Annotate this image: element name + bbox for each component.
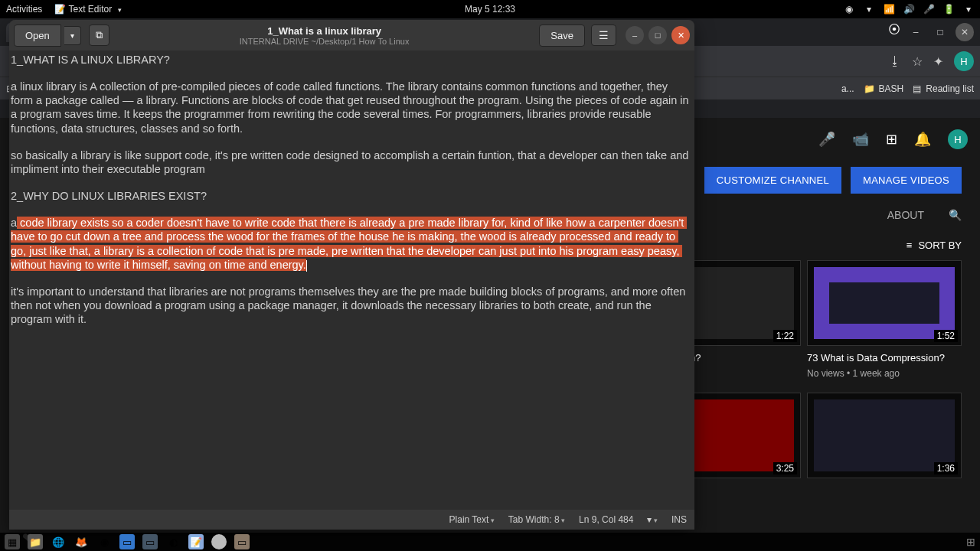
text-paragraph: a linux library is A collection of pre-c… [11,80,692,134]
text-paragraph: so basically a library is like support c… [11,149,691,175]
minimize-button[interactable]: – [626,26,644,44]
document-title: 1_What is a linux library [113,25,537,37]
dock-gedit-icon[interactable]: 📝 [188,534,204,549]
text-editor-window: Open ▾ ⧉ 1_What is a linux library INTER… [9,20,694,530]
app-menu-label: Text Editor [68,4,112,15]
text-line: 1_WHAT IS A LINUX LIBRARY? [11,54,170,66]
video-card[interactable]: 1:36 [807,393,962,478]
document-path: INTERNAL DRIVE ~/Desktop/1 How To Linux [113,37,537,46]
download-icon[interactable]: ⭳ [889,54,901,68]
create-video-icon[interactable]: 📹 [852,131,869,148]
video-duration: 1:36 [934,462,958,474]
mic-icon[interactable]: 🎤 [923,4,934,15]
video-duration: 1:22 [773,330,797,342]
text-cursor [306,260,307,272]
notifications-icon[interactable]: 🔔 [914,131,931,148]
volume-icon[interactable]: 🔊 [903,4,914,15]
sort-by-button[interactable]: SORT BY [918,240,962,251]
bookmark-truncated[interactable]: a... [841,83,854,94]
folder-icon: 📁 [864,83,875,94]
hamburger-menu-button[interactable]: ☰ [591,24,616,46]
open-recent-dropdown[interactable]: ▾ [64,26,81,45]
dock-app2-icon[interactable]: ▭ [142,534,158,549]
dock-app4-icon[interactable]: ▭ [234,534,250,549]
gedit-headerbar: Open ▾ ⧉ 1_What is a linux library INTER… [9,20,694,51]
syntax-mode-selector[interactable]: Plain Text [449,514,495,525]
text-editor-icon: 📝 [54,4,66,15]
editor-text-area[interactable]: 1_WHAT IS A LINUX LIBRARY? a linux libra… [9,51,694,510]
battery-icon[interactable]: 🔋 [943,4,954,15]
minimize-button[interactable]: – [906,23,925,41]
dock-app-icon[interactable]: ▭ [119,534,135,549]
dock-files2-icon[interactable]: 📁 [28,534,43,549]
maximize-button[interactable]: □ [931,23,949,41]
customize-channel-button[interactable]: CUSTOMIZE CHANNEL [704,167,841,194]
maximize-button[interactable]: □ [648,26,667,44]
dock-files-icon[interactable]: ▦ [5,534,20,549]
video-duration: 3:25 [773,462,797,474]
overwrite-mode-toggle[interactable]: ▾ [647,514,658,525]
text-run: a [11,217,17,229]
channel-search-icon[interactable]: 🔍 [949,209,962,221]
video-title: 73 What is Data Compression? [807,352,962,365]
network-icon[interactable]: ▾ [864,4,874,15]
screencast-icon[interactable]: ◉ [844,4,854,15]
wifi-icon[interactable]: 📶 [884,4,894,15]
taskbar-dock: ▦ 📁 🌐 🦊 ◉ ▭ ▭ ◐ 📝 ▭ ⊞ [0,533,980,551]
video-duration: 1:52 [934,330,958,342]
voice-search-icon[interactable]: 🎤 [818,131,835,148]
dock-obs-icon[interactable]: ◉ [96,534,112,549]
dock-chrome-icon[interactable]: 🌐 [51,534,66,549]
clock[interactable]: May 5 12:33 [465,4,515,15]
video-card[interactable]: 1:52 73 What is Data Compression? No vie… [807,260,962,379]
sort-icon: ≡ [906,240,913,251]
show-applications-icon[interactable]: ⊞ [966,536,975,548]
insert-mode[interactable]: INS [671,514,687,525]
gnome-topbar: Activities 📝 Text Editor May 5 12:33 ◉ ▾… [0,0,980,18]
close-button[interactable]: ✕ [671,26,690,44]
dock-steam-icon[interactable]: ◐ [165,534,181,549]
reading-list[interactable]: Reading list [926,83,974,94]
manage-videos-button[interactable]: MANAGE VIDEOS [851,167,962,194]
extensions-icon[interactable]: ✦ [933,54,943,69]
bookmark-folder-bash[interactable]: 📁 BASH [864,83,904,94]
apps-grid-icon[interactable]: ⊞ [886,131,897,148]
dock-app3-icon[interactable] [211,534,227,549]
save-button[interactable]: Save [539,24,585,47]
tab-width-selector[interactable]: Tab Width: 8 [508,514,565,525]
close-button[interactable]: ✕ [956,23,974,41]
reading-list-icon: ▤ [913,83,921,94]
dock-firefox-icon[interactable]: 🦊 [74,534,89,549]
open-button[interactable]: Open [14,24,61,47]
youtube-avatar[interactable]: H [948,129,968,149]
profile-avatar[interactable]: H [954,51,974,71]
app-menu[interactable]: 📝 Text Editor [54,4,121,15]
cursor-position: Ln 9, Col 484 [579,514,633,525]
tab-about[interactable]: ABOUT [887,209,924,221]
video-meta: No views • 1 week ago [807,368,962,379]
selected-text: code library exists so a coder doesn't h… [11,217,687,270]
activities-button[interactable]: Activities [6,4,42,15]
new-tab-button[interactable]: ⧉ [89,24,109,46]
folder-label: BASH [879,83,904,94]
power-menu-icon[interactable]: ▾ [963,4,974,15]
record-indicator-icon[interactable]: ⦿ [888,23,900,41]
gedit-statusbar: Plain Text Tab Width: 8 Ln 9, Col 484 ▾ … [9,510,694,530]
text-line: 2_WHY DO LINUX LIBRARIES EXIST? [11,190,207,202]
bookmark-star-icon[interactable]: ☆ [912,54,923,69]
text-paragraph: it's important to understand that librar… [11,285,688,325]
